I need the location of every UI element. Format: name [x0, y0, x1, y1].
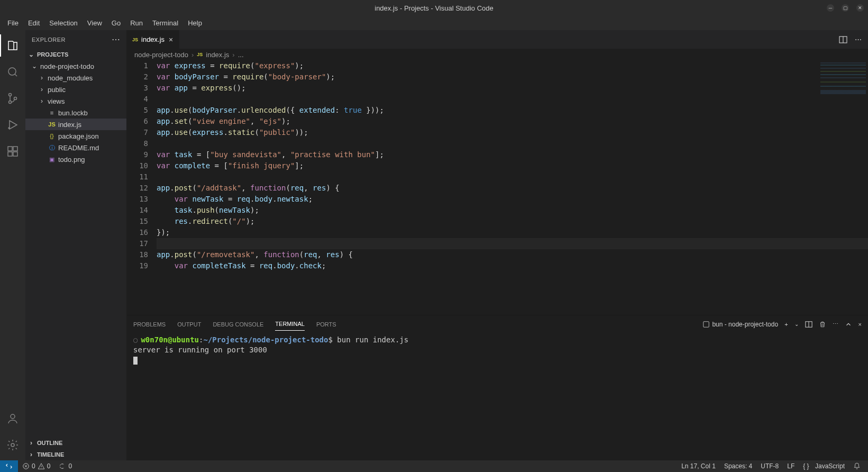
settings-icon[interactable] [0, 434, 25, 456]
sidebar: EXPLORER ⋯ ⌄ PROJECTS ⌄node-project-todo… [25, 30, 127, 460]
panel-tab-problems[interactable]: PROBLEMS [133, 318, 166, 331]
tree-item-package-json[interactable]: {}package.json [25, 130, 126, 142]
tree-item-views[interactable]: ›views [25, 95, 126, 107]
titlebar: index.js - Projects - Visual Studio Code… [0, 0, 868, 16]
menu-terminal[interactable]: Terminal [148, 17, 182, 29]
explorer-icon[interactable] [0, 34, 25, 57]
panel-more-icon[interactable]: ⋯ [833, 321, 838, 328]
code-line-16[interactable]: }); [157, 227, 868, 238]
menu-go[interactable]: Go [107, 17, 125, 29]
run-debug-icon[interactable] [0, 114, 25, 136]
breadcrumb-folder[interactable]: node-project-todo [134, 51, 188, 59]
chevron-right-icon: › [191, 51, 194, 59]
terminal-dropdown-icon[interactable]: ⌄ [794, 321, 799, 327]
panel-tab-ports[interactable]: PORTS [316, 318, 336, 331]
menu-file[interactable]: File [3, 17, 23, 29]
split-terminal-icon[interactable] [805, 321, 812, 328]
code-line-4[interactable] [157, 94, 868, 105]
menu-selection[interactable]: Selection [45, 17, 81, 29]
close-button[interactable]: ✕ [856, 4, 864, 12]
svg-point-0 [8, 68, 16, 75]
terminal-cursor [133, 357, 138, 365]
js-icon: JS [132, 37, 138, 42]
status-bar: 0 0 0 Ln 17, Col 1 Spaces: 4 UTF-8 LF { … [0, 460, 868, 472]
code-line-11[interactable] [157, 171, 868, 183]
search-icon[interactable] [0, 61, 25, 83]
minimize-button[interactable]: ─ [827, 4, 834, 12]
code-line-9[interactable]: var task = ["buy sandevista", "practise … [157, 149, 868, 160]
editor-more-icon[interactable]: ⋯ [855, 35, 862, 43]
panel-tab-terminal[interactable]: TERMINAL [275, 317, 305, 331]
code-content[interactable]: var express = require("express");var bod… [157, 60, 868, 315]
menu-edit[interactable]: Edit [24, 17, 44, 29]
code-line-5[interactable]: app.use(bodyParser.urlencoded({ extended… [157, 105, 868, 116]
terminal-body[interactable]: ○w0n70n@ubuntu:~/Projects/node-project-t… [127, 333, 868, 460]
tree-item-bun-lockb[interactable]: ≡bun.lockb [25, 107, 126, 119]
terminal-shell-label[interactable]: bun - node-project-todo [702, 321, 778, 328]
code-line-1[interactable]: var express = require("express"); [157, 60, 868, 71]
menu-run[interactable]: Run [126, 17, 147, 29]
code-line-7[interactable]: app.use(express.static("public")); [157, 127, 868, 138]
code-line-3[interactable]: var app = express(); [157, 83, 868, 94]
extensions-icon[interactable] [0, 140, 25, 162]
tree-item-node_modules[interactable]: ›node_modules [25, 72, 126, 84]
minimap[interactable] [820, 62, 866, 110]
status-indent[interactable]: Spaces: 4 [720, 460, 756, 472]
code-line-13[interactable]: var newTask = req.body.newtask; [157, 194, 868, 205]
status-encoding[interactable]: UTF-8 [756, 460, 783, 472]
code-line-12[interactable]: app.post("/addtask", function(req, res) … [157, 183, 868, 194]
panel-maximize-icon[interactable] [845, 321, 852, 328]
chevron-down-icon: ⌄ [28, 51, 35, 58]
status-cursor-pos[interactable]: Ln 17, Col 1 [677, 460, 720, 472]
chevron-right-icon: › [28, 451, 35, 458]
menu-view[interactable]: View [83, 17, 106, 29]
tree-item-index-js[interactable]: JSindex.js [25, 119, 126, 130]
tree-root[interactable]: ⌄node-project-todo [25, 60, 126, 72]
new-terminal-icon[interactable]: + [784, 321, 788, 328]
explorer-title: EXPLORER [32, 37, 66, 43]
tree-item-public[interactable]: ›public [25, 84, 126, 95]
tab-index-js[interactable]: JS index.js × [127, 30, 180, 49]
tree-item-README-md[interactable]: ⓘREADME.md [25, 142, 126, 153]
status-errors[interactable]: 0 0 [18, 460, 54, 472]
panel-close-icon[interactable]: × [858, 321, 862, 328]
code-line-6[interactable]: app.set("view engine", "ejs"); [157, 116, 868, 127]
account-icon[interactable] [0, 407, 25, 430]
maximize-button[interactable]: ▢ [842, 4, 849, 12]
panel-tab-output[interactable]: OUTPUT [177, 318, 201, 331]
kill-terminal-icon[interactable] [819, 321, 826, 328]
svg-rect-6 [8, 152, 12, 156]
svg-rect-5 [8, 147, 12, 151]
breadcrumbs[interactable]: node-project-todo › JS index.js › ... [127, 49, 868, 60]
code-line-19[interactable]: var completeTask = req.body.check; [157, 260, 868, 271]
source-control-icon[interactable] [0, 87, 25, 110]
breadcrumb-file[interactable]: index.js [206, 51, 229, 59]
tree-item-todo-png[interactable]: ▣todo.png [25, 153, 126, 165]
tab-close-icon[interactable]: × [168, 35, 174, 44]
chevron-right-icon: › [232, 51, 234, 59]
timeline-header[interactable]: › TIMELINE [25, 449, 126, 460]
editor[interactable]: 12345678910111213141516171819 var expres… [127, 60, 868, 315]
code-line-2[interactable]: var bodyParser = require("body-parser"); [157, 71, 868, 83]
status-notifications-icon[interactable] [849, 460, 865, 472]
split-editor-icon[interactable] [839, 35, 847, 44]
code-line-18[interactable]: app.post("/removetask", function(req, re… [157, 249, 868, 260]
code-line-10[interactable]: var complete = ["finish jquery"]; [157, 160, 868, 171]
remote-button[interactable] [0, 460, 18, 472]
svg-rect-12 [703, 321, 709, 327]
code-line-15[interactable]: res.redirect("/"); [157, 216, 868, 227]
tab-bar: JS index.js × ⋯ [127, 30, 868, 49]
status-port-forward[interactable]: 0 [54, 460, 76, 472]
code-line-8[interactable] [157, 138, 868, 149]
code-line-14[interactable]: task.push(newTask); [157, 205, 868, 216]
status-language[interactable]: { } JavaScript [799, 460, 849, 472]
panel-tab-debug[interactable]: DEBUG CONSOLE [213, 318, 263, 331]
code-line-17[interactable] [157, 238, 868, 249]
breadcrumb-symbol[interactable]: ... [238, 51, 244, 59]
menu-help[interactable]: Help [184, 17, 206, 29]
explorer-more-icon[interactable]: ⋯ [112, 34, 121, 44]
projects-header[interactable]: ⌄ PROJECTS [25, 49, 126, 60]
svg-point-2 [9, 101, 12, 104]
status-eol[interactable]: LF [783, 460, 799, 472]
outline-header[interactable]: › OUTLINE [25, 437, 126, 449]
